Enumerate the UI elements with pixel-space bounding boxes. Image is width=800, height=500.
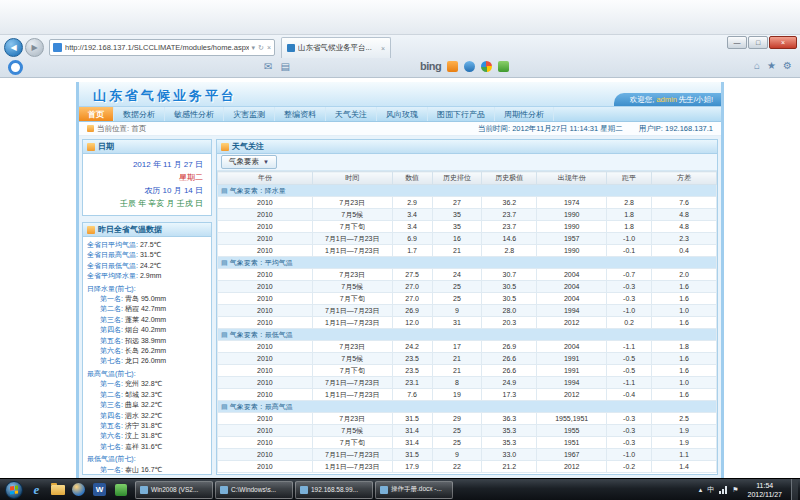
- url-text[interactable]: http://192.168.137.1/SLCCLIMATE/modules/…: [65, 43, 249, 52]
- share-icon[interactable]: [498, 61, 509, 72]
- rank-value: 泰山 16.7℃: [125, 466, 162, 473]
- cell: 35: [432, 221, 482, 233]
- summary-value: 27.5℃: [140, 241, 162, 248]
- nav-item-5[interactable]: 整编资料: [275, 107, 326, 121]
- network-icon[interactable]: [719, 486, 727, 494]
- green-app-icon[interactable]: [112, 481, 129, 498]
- refresh-icon[interactable]: ↻: [258, 44, 264, 52]
- table-row[interactable]: 20101月1日—7月23日1.7212.81990-0.10.4: [218, 245, 717, 257]
- cell: 2.9: [392, 197, 432, 209]
- taskbar-clock[interactable]: 11:54 2012/11/27: [743, 481, 786, 499]
- table-row[interactable]: 20107月1日—7月23日26.9928.01994-1.01.0: [218, 305, 717, 317]
- section-row[interactable]: ▤气象要素：降水量: [218, 185, 717, 197]
- table-row[interactable]: 20107月5候3.43523.719901.84.8: [218, 209, 717, 221]
- section-row[interactable]: ▤气象要素：最低气温: [218, 329, 717, 341]
- browser-back-button[interactable]: ◀: [4, 38, 23, 57]
- cell: 25: [432, 425, 482, 437]
- nav-item-7[interactable]: 风向玫瑰: [377, 107, 428, 121]
- table-header-row: 年份时间数值历史排位历史极值出现年份距平方差: [218, 172, 717, 185]
- rank-value: 长岛 26.2mm: [125, 347, 166, 354]
- stop-icon[interactable]: ×: [267, 44, 271, 51]
- ime-indicator[interactable]: 中: [707, 485, 714, 495]
- address-bar[interactable]: http://192.168.137.1/SLCCLIMATE/modules/…: [49, 39, 275, 56]
- table-row[interactable]: 20107月5候31.42535.31955-0.31.9: [218, 425, 717, 437]
- taskbar-window-button-2[interactable]: C:\Windows\s...: [215, 481, 293, 499]
- cell: 2010: [218, 209, 313, 221]
- section-row[interactable]: ▤气象要素：平均气温: [218, 257, 717, 269]
- section-expand-icon[interactable]: ▤: [221, 187, 228, 194]
- cell: 35.3: [482, 425, 537, 437]
- table-row[interactable]: 20107月23日31.52936.31955,1951-0.32.5: [218, 413, 717, 425]
- cell: -0.1: [607, 245, 652, 257]
- table-row[interactable]: 20107月23日24.21726.92004-1.11.8: [218, 341, 717, 353]
- mail-icon[interactable]: ✉: [264, 61, 272, 72]
- cell: 1月1日—7月23日: [312, 317, 392, 329]
- taskbar-window-button-1[interactable]: Win2008 (VS2...: [135, 481, 213, 499]
- internet-explorer-icon[interactable]: e: [28, 481, 45, 498]
- settings-gear-icon[interactable]: ⚙: [783, 60, 792, 71]
- show-desktop-button[interactable]: [791, 479, 798, 500]
- cell: 7月下旬: [312, 293, 392, 305]
- maximize-button[interactable]: □: [748, 36, 768, 49]
- window-button-title: C:\Windows\s...: [231, 486, 276, 493]
- rank-label: 第一名:: [100, 295, 123, 302]
- toolbar-logo-icon[interactable]: [8, 60, 23, 75]
- nav-item-2[interactable]: 数据分析: [114, 107, 165, 121]
- nav-item-4[interactable]: 灾害监测: [224, 107, 275, 121]
- table-row[interactable]: 20107月1日—7月23日31.5933.01967-1.01.1: [218, 449, 717, 461]
- browser-window: ◀ ▶ http://192.168.137.1/SLCCLIMATE/modu…: [0, 35, 800, 478]
- table-row[interactable]: 20107月23日2.92736.219742.87.6: [218, 197, 717, 209]
- window-button-title: 操作手册.docx -...: [391, 485, 442, 494]
- nav-item-9[interactable]: 周期性分析: [495, 107, 554, 121]
- table-row[interactable]: 20101月1日—7月23日12.03120.320120.21.6: [218, 317, 717, 329]
- close-button[interactable]: ×: [769, 36, 797, 49]
- browser-tab[interactable]: 山东省气候业务平台... ×: [281, 37, 391, 58]
- section-row[interactable]: ▤气象要素：最高气温: [218, 401, 717, 413]
- favorites-star-icon[interactable]: ★: [767, 60, 776, 71]
- bing-button-icon[interactable]: [447, 61, 458, 72]
- nav-item-6[interactable]: 天气关注: [326, 107, 377, 121]
- bing-logo[interactable]: bing: [420, 60, 441, 72]
- section-expand-icon[interactable]: ▤: [221, 403, 228, 410]
- messenger-icon[interactable]: [464, 61, 475, 72]
- nav-item-3[interactable]: 敏感性分析: [165, 107, 224, 121]
- rank-item: 第五名:招远 38.9mm: [87, 336, 209, 346]
- action-center-flag-icon[interactable]: ⚑: [732, 486, 738, 494]
- table-row[interactable]: 20107月1日—7月23日6.91614.61957-1.02.3: [218, 233, 717, 245]
- browser-forward-button[interactable]: ▶: [25, 38, 44, 57]
- table-row[interactable]: 20107月下旬31.42535.31951-0.31.9: [218, 437, 717, 449]
- nav-item-1[interactable]: 首页: [79, 107, 114, 121]
- taskbar-window-button-4[interactable]: 操作手册.docx -...: [375, 481, 453, 499]
- table-row[interactable]: 20107月23日27.52430.72004-0.72.0: [218, 269, 717, 281]
- nav-item-8[interactable]: 图面下行产品: [428, 107, 495, 121]
- cell: 24.2: [392, 341, 432, 353]
- media-player-icon[interactable]: [70, 481, 87, 498]
- section-expand-icon[interactable]: ▤: [221, 331, 228, 338]
- cell: 2004: [537, 293, 607, 305]
- table-row[interactable]: 20107月下旬23.52126.61991-0.51.6: [218, 365, 717, 377]
- tab-close-icon[interactable]: ×: [381, 45, 385, 52]
- cell: -0.5: [607, 365, 652, 377]
- ie-e-glyph: e: [34, 482, 40, 498]
- taskbar-window-button-3[interactable]: 192.168.58.99...: [295, 481, 373, 499]
- start-button[interactable]: [5, 481, 23, 499]
- table-row[interactable]: 20101月1日—7月23日7.61917.32012-0.41.6: [218, 389, 717, 401]
- explorer-folder-icon[interactable]: [49, 481, 66, 498]
- table-row[interactable]: 20107月1日—7月23日23.1824.91994-1.11.0: [218, 377, 717, 389]
- section-expand-icon[interactable]: ▤: [221, 259, 228, 266]
- minimize-button[interactable]: —: [727, 36, 747, 49]
- photo-icon[interactable]: [481, 61, 492, 72]
- table-row[interactable]: 20107月5候27.02530.52004-0.31.6: [218, 281, 717, 293]
- table-row[interactable]: 20107月5候23.52126.61991-0.51.6: [218, 353, 717, 365]
- tray-expand-icon[interactable]: ▴: [699, 486, 703, 494]
- table-row[interactable]: 20101月1日—7月23日17.92221.22012-0.21.4: [218, 461, 717, 473]
- rank-label: 第七名:: [100, 357, 123, 364]
- word-icon[interactable]: W: [91, 481, 108, 498]
- table-row[interactable]: 20107月下旬27.02530.52004-0.31.6: [218, 293, 717, 305]
- home-icon[interactable]: ⌂: [754, 60, 760, 71]
- cell: 2012: [537, 389, 607, 401]
- table-row[interactable]: 20107月下旬3.43523.719901.84.8: [218, 221, 717, 233]
- grid-icon[interactable]: ▤: [280, 61, 289, 72]
- element-filter-button[interactable]: 气象要素 ▼: [221, 155, 277, 169]
- address-dropdown-icon[interactable]: ▾: [252, 44, 256, 52]
